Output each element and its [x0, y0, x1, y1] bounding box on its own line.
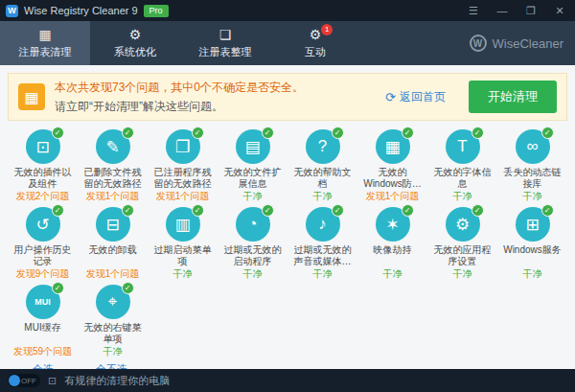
scan-item[interactable]: ↺ ✓ 用户操作历史记录 发现9个问题	[8, 204, 78, 280]
brand-text: WiseCleaner	[493, 36, 564, 51]
file-lines-icon: ▤ ✓	[236, 129, 270, 164]
scan-item[interactable]: ⚙ ✓ 无效的应用程序设置 干净	[427, 204, 497, 280]
maximize-button[interactable]: ❐	[519, 0, 542, 21]
font-icon: T ✓	[446, 129, 480, 164]
check-icon: ✓	[52, 204, 64, 217]
scan-item-status: 干净	[453, 191, 472, 202]
scan-summary-text: 本次共发现73个问题，其中0个不确定是否安全。 请立即“开始清理”解决这些问题。	[55, 80, 376, 115]
mui-cache-icon: MUI ✓	[26, 285, 60, 319]
monitor-icon: ⊡	[48, 375, 57, 387]
scan-item-label: 丢失的动态链接库	[499, 167, 565, 190]
scan-item[interactable]: ⊡ ✓ 无效的插件以及组件 发现2个问题	[8, 127, 78, 202]
minimize-button[interactable]: —	[491, 0, 514, 21]
scan-item-label: 映像劫持	[359, 244, 426, 267]
select-none-link[interactable]: • 全不选	[88, 362, 127, 369]
scan-item-status: 干净	[104, 346, 123, 357]
check-icon: ✓	[192, 127, 204, 139]
gear-icon: ⚙	[129, 28, 142, 42]
scan-item-label: 无效的右键菜单项	[80, 322, 146, 345]
scan-summary-banner: ▦ 本次共发现73个问题，其中0个不确定是否安全。 请立即“开始清理”解决这些问…	[8, 73, 567, 121]
check-icon: ✓	[402, 204, 414, 217]
scan-item-status: 发现1个问题	[366, 191, 420, 202]
program-windows-icon: ❐ ✓	[166, 129, 200, 164]
scan-item[interactable]: ▥ ✓ 过期启动菜单项 干净	[148, 204, 218, 280]
menu-icon[interactable]: ☰	[462, 0, 485, 21]
start-cleanup-button[interactable]: 开始清理	[469, 81, 557, 113]
scan-item-label: 已删除文件残留的无效路径	[80, 167, 146, 190]
check-icon: ✓	[122, 127, 134, 139]
toggle-state-label: OFF	[21, 377, 36, 385]
scan-item[interactable]: ∞ ✓ 丢失的动态链接库 干净	[497, 127, 567, 202]
check-icon: ✓	[262, 204, 274, 217]
check-icon: ✓	[472, 127, 484, 139]
scan-item-label: 无效的插件以及组件	[10, 167, 76, 190]
scan-item[interactable]: ♪ ✓ 过期或无效的声音或媒体设置 干净	[288, 204, 357, 280]
scan-item[interactable]: ✎ ✓ 已删除文件残留的无效路径 发现1个问题	[78, 127, 148, 202]
schedule-toggle[interactable]: OFF	[8, 374, 40, 387]
notification-badge: 1	[321, 24, 333, 35]
scan-item[interactable]: ▦ ✓ 无效的Windows防火墙 发现1个问题	[357, 127, 427, 202]
scan-item-label: 无效的应用程序设置	[429, 244, 495, 267]
tab-registry-cleanup[interactable]: ▦ 注册表清理	[0, 21, 90, 65]
scan-item[interactable]: ◔ ✓ 过期或无效的启动程序 干净	[218, 204, 288, 280]
check-icon: ✓	[541, 127, 554, 139]
scan-item[interactable]: ▤ ✓ 无效的文件扩展信息 干净	[218, 127, 288, 202]
scan-item[interactable]: ? ✓ 无效的帮助文档 干净	[288, 127, 357, 202]
uninstall-icon: ⊟ ✓	[96, 207, 130, 242]
windows-icon: ⊞ ✓	[516, 207, 550, 242]
nav-tabs-list: ▦ 注册表清理 ⚙ 系统优化 ❏ 注册表整理 ⚙ 1 互动	[0, 21, 360, 65]
bug-icon: ✶ ✓	[376, 207, 410, 242]
scan-item-label: Windows服务	[499, 244, 565, 267]
select-all-link[interactable]: • 全选	[25, 362, 54, 369]
scan-item-status: 干净	[313, 268, 333, 280]
close-button[interactable]: ✕	[548, 0, 571, 21]
scan-item[interactable]: ✶ ✓ 映像劫持 干净	[357, 204, 427, 280]
app-window: W Wise Registry Cleaner 9 Pro ☰ — ❐ ✕ ▦ …	[0, 0, 575, 392]
firewall-icon: ▦ ✓	[376, 129, 410, 164]
action-hint-line: 请立即“开始清理”解决这些问题。	[55, 99, 376, 115]
app-logo-icon: W	[6, 5, 18, 17]
check-icon: ✓	[52, 127, 64, 139]
check-icon: ✓	[122, 204, 134, 217]
issues-grid-icon: ▦	[18, 83, 45, 110]
refresh-icon: ⟳	[385, 90, 396, 104]
scan-item[interactable]: MUI ✓ MUI缓存 发现59个问题	[8, 282, 78, 357]
tab-system-tuneup[interactable]: ⚙ 系统优化	[90, 21, 180, 65]
titlebar: W Wise Registry Cleaner 9 Pro ☰ — ❐ ✕	[0, 0, 575, 21]
help-question-icon: ? ✓	[306, 129, 340, 164]
start-menu-icon: ▥ ✓	[166, 207, 200, 242]
scan-item-label: 无效的卸载	[80, 244, 146, 267]
scan-item-status: 发现1个问题	[86, 191, 140, 202]
status-bar: OFF ⊡ 有规律的清理你的电脑	[0, 369, 575, 392]
toggle-knob-icon	[9, 375, 20, 386]
issues-found-line: 本次共发现73个问题，其中0个不确定是否安全。	[55, 80, 376, 96]
scan-item-status: 发现2个问题	[16, 191, 70, 202]
link-icon: ∞ ✓	[516, 129, 550, 164]
check-icon: ✓	[332, 204, 344, 217]
scan-item-status: 发现59个问题	[13, 346, 72, 357]
scan-item-label: 无效的Windows防火墙	[359, 167, 426, 190]
scan-item[interactable]: ❐ ✓ 已注册程序残留的无效路径 发现1个问题	[148, 127, 218, 202]
scan-item-label: 用户操作历史记录	[10, 244, 76, 267]
scan-item[interactable]: ⊞ ✓ Windows服务 干净	[497, 204, 567, 280]
scan-item-status: 干净	[243, 191, 263, 202]
check-icon: ✓	[472, 204, 484, 217]
scan-item[interactable]: T ✓ 无效的字体信息 干净	[427, 127, 497, 202]
history-clock-icon: ↺ ✓	[26, 207, 60, 242]
scan-item-status: 干净	[173, 268, 193, 280]
back-home-label: 返回首页	[400, 89, 446, 105]
scan-item-label: 无效的帮助文档	[289, 167, 356, 190]
monitor-icon: ⊡ ✓	[26, 129, 60, 164]
check-icon: ✓	[262, 127, 274, 139]
scan-item-label: 过期启动菜单项	[150, 244, 216, 267]
tab-registry-defrag[interactable]: ❏ 注册表整理	[180, 21, 270, 65]
scan-item-status: 发现9个问题	[16, 268, 70, 280]
scan-item[interactable]: ⊟ ✓ 无效的卸载 发现1个问题	[78, 204, 148, 280]
back-home-link[interactable]: ⟳ 返回首页	[385, 89, 446, 105]
startup-clock-icon: ◔ ✓	[236, 207, 270, 242]
check-icon: ✓	[52, 282, 64, 294]
scan-items-grid: ⊡ ✓ 无效的插件以及组件 发现2个问题 ✎ ✓ 已删除文件残留的无效路径 发现…	[0, 123, 575, 357]
tab-community[interactable]: ⚙ 1 互动	[270, 21, 360, 65]
selection-links: • 全选 • 全不选	[0, 357, 575, 369]
scan-item[interactable]: ⌖ ✓ 无效的右键菜单项 干净	[78, 282, 148, 357]
